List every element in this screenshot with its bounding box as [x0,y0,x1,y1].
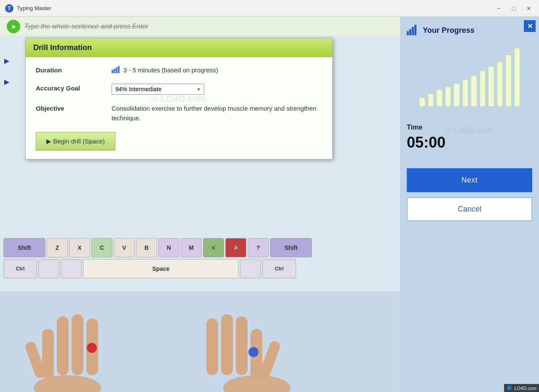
key-x[interactable]: X [69,238,90,257]
drill-watermark: © LO4D.com [151,93,207,104]
key-ctrl-right[interactable]: Ctrl [262,259,296,278]
svg-rect-2 [116,67,117,73]
window-controls: − □ ✕ [493,4,535,13]
accuracy-select-wrapper[interactable]: 90% Beginner 94% Intermediate 97% Advanc… [112,84,204,95]
time-value: 05:00 [407,134,446,151]
chart-bar-11 [514,48,520,107]
app-icon: T [5,4,13,13]
drill-dialog: Drill Information © LO4D.com Duration [25,38,333,159]
duration-row: Duration 3 - 5 minutes (based on progres… [36,66,322,74]
instruction-bar: Type the whole sentence and press Enter [0,17,400,36]
key-n[interactable]: N [158,238,179,257]
key-shift-left[interactable]: Shift [3,238,45,257]
titlebar: T Typing Master − □ ✕ [0,0,539,17]
lo4d-text: LO4D.com [514,386,536,391]
keyboard-shift-row: Shift Z X C V B N M < > ? Shift [0,237,400,258]
right-watermark: © LO4D.com [447,126,492,135]
maximize-button[interactable]: □ [508,4,520,13]
lo4d-icon: 🔵 [507,385,512,391]
hand-display [0,291,400,392]
key-blank-2[interactable] [61,259,82,278]
key-comma[interactable]: < [203,238,224,257]
keyboard-ctrl-row: Ctrl Space Ctrl [0,258,400,279]
svg-rect-18 [407,31,409,35]
drill-dialog-header: Drill Information [26,38,332,57]
objective-label: Objective [36,104,103,112]
svg-rect-6 [57,316,69,375]
chart-bar-4 [454,83,460,107]
svg-rect-7 [72,314,83,375]
progress-title: Your Progress [423,26,475,35]
duration-chart-icon [112,66,120,74]
begin-drill-button[interactable]: ▶ Begin drill (Space) [36,132,115,151]
objective-row: Objective Consolidation exercise to furt… [36,104,322,123]
play-button[interactable] [7,20,20,33]
progress-header: Your Progress [407,25,475,35]
svg-rect-14 [236,316,248,375]
accuracy-label: Accuracy Goal [36,84,103,92]
drill-title: Drill Information [33,43,92,52]
svg-rect-21 [414,25,416,35]
key-z[interactable]: Z [47,238,68,257]
duration-value: 3 - 5 minutes (based on progress) [112,66,218,74]
duration-label: Duration [36,66,103,74]
close-x-button[interactable]: ✕ [524,20,536,32]
drill-dialog-body: © LO4D.com Duration 3 - [26,57,332,159]
instruction-text: Type the whole sentence and press Enter [24,23,148,30]
key-space[interactable]: Space [83,259,239,278]
key-b[interactable]: B [136,238,157,257]
svg-rect-3 [118,66,120,73]
objective-value: Consolidation exercise to further develo… [112,104,322,123]
chart-bar-3 [445,87,451,107]
chart-bar-9 [497,61,503,107]
chart-bar-7 [480,71,486,107]
svg-rect-1 [114,69,115,73]
key-v[interactable]: V [114,238,135,257]
accuracy-select[interactable]: 90% Beginner 94% Intermediate 97% Advanc… [112,84,204,95]
chart-bar-2 [436,90,443,107]
svg-rect-12 [206,318,218,375]
key-blank-1[interactable] [38,259,59,278]
progress-chart-icon [407,25,419,35]
chart-bar-10 [505,55,512,107]
nav-arrow-1[interactable]: ▶ [4,57,9,65]
svg-point-17 [248,347,259,357]
right-panel: ✕ Your Progress © LO4D.com Time 05:00 Ne… [400,17,539,392]
chart-bar-5 [462,79,469,107]
svg-rect-13 [221,314,233,375]
time-label: Time [407,124,422,131]
chart-bar-8 [488,66,494,107]
hands-svg [13,291,341,392]
svg-rect-19 [409,29,411,35]
next-button[interactable]: Next [407,168,532,192]
key-ctrl-left[interactable]: Ctrl [3,259,37,278]
keyboard-container: Shift Z X C V B N M < > ? Shift Ctrl Spa… [0,237,400,296]
chart-bar-1 [428,93,434,107]
key-period[interactable]: > [225,238,246,257]
left-panel: Type the whole sentence and press Enter … [0,17,400,392]
key-c[interactable]: C [91,238,112,257]
nav-arrow-2[interactable]: ▶ [4,78,9,86]
key-shift-right[interactable]: Shift [270,238,312,257]
lo4d-watermark: 🔵 LO4D.com [504,384,539,392]
chart-bar-0 [419,98,425,107]
key-slash[interactable]: ? [248,238,269,257]
svg-point-10 [87,343,97,353]
accuracy-row: Accuracy Goal 90% Beginner 94% Intermedi… [36,84,322,95]
progress-bar-chart [419,44,520,111]
svg-rect-0 [112,70,113,73]
minimize-button[interactable]: − [493,4,504,13]
main-content: Type the whole sentence and press Enter … [0,17,539,392]
app-title: Typing Master [17,5,51,11]
cancel-button[interactable]: Cancel [407,197,532,221]
svg-rect-20 [412,27,414,35]
svg-point-4 [34,375,101,392]
close-button[interactable]: ✕ [523,4,535,13]
key-m[interactable]: M [181,238,202,257]
chart-bar-6 [471,75,477,107]
key-blank-3[interactable] [240,259,261,278]
